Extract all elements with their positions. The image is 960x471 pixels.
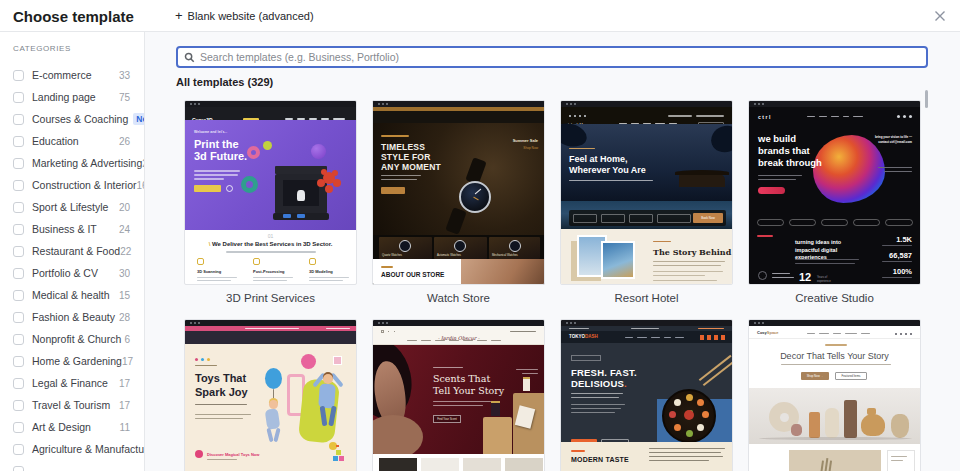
scrollbar[interactable]: [925, 90, 928, 108]
category-count: 6: [124, 334, 130, 345]
close-icon[interactable]: [932, 8, 948, 24]
checkbox[interactable]: [13, 268, 24, 279]
mini-label: [571, 355, 601, 361]
category-card-label: Mechanical Watches: [492, 253, 518, 257]
mini-hero: Scents That Tell Your Story Find Your Sc…: [373, 345, 544, 454]
template-card[interactable]: ctrl we build brands that break through …: [748, 100, 921, 305]
checkbox[interactable]: [13, 400, 24, 411]
checkbox[interactable]: [13, 422, 24, 433]
category-item[interactable]: Medical & health 15: [13, 284, 130, 306]
category-label: Construction & Interior: [32, 179, 136, 191]
text-line: [207, 459, 237, 460]
text-line: [882, 245, 912, 246]
checkbox[interactable]: [13, 224, 24, 235]
category-item[interactable]: Legal & Finance 17: [13, 372, 130, 394]
hut-graphic: [679, 174, 725, 187]
mini-section-heading: \ We Deliver the Best Services in 3D Sec…: [185, 241, 356, 247]
category-item[interactable]: Fashion & Beauty 28: [13, 306, 130, 328]
text-line: [772, 277, 794, 278]
template-card[interactable]: Curve3D Welcome and let's... Print the 3…: [184, 100, 357, 305]
text-line: [795, 263, 855, 264]
duck-beak: [336, 445, 339, 447]
checkbox[interactable]: [13, 114, 24, 125]
category-item[interactable]: E-commerce 33: [13, 64, 130, 86]
mini-heading: STYLE FOR: [381, 152, 431, 162]
cta-icon: [195, 450, 203, 458]
category-item[interactable]: Landing page 75: [13, 86, 130, 108]
text-line: [197, 277, 237, 278]
mini-heading: Decor That Tells Your Story: [749, 351, 920, 361]
checkbox[interactable]: [13, 92, 24, 103]
shape-lime: [263, 141, 272, 150]
category-item[interactable]: Home & Gardening 17: [13, 350, 130, 372]
template-card[interactable]: · Jardin Obscur · Scents That Tell Your …: [372, 319, 545, 471]
text-line: [381, 266, 393, 268]
template-card[interactable]: CosySpace Decor That Tells Your Story Sh…: [748, 319, 921, 471]
checkbox[interactable]: [13, 444, 24, 455]
category-item[interactable]: Nonprofit & Church 6: [13, 328, 130, 350]
checkbox[interactable]: [13, 70, 24, 81]
search-box[interactable]: [176, 46, 928, 68]
book-now-button: Book Now: [693, 213, 723, 223]
decor: [807, 333, 815, 334]
sushi-piece: [674, 399, 681, 406]
template-card[interactable]: MagicToys Toys That Spark Joy: [184, 319, 357, 471]
mini-hero: Toys That Spark Joy Discover Magical Toy…: [185, 344, 356, 471]
category-item[interactable]: Agriculture & Manufacturing 9: [13, 438, 130, 460]
mini-years-label: Years of experience: [817, 275, 841, 283]
category-label: Legal & Finance: [32, 377, 108, 389]
category-item[interactable]: Construction & Interior 16: [13, 174, 130, 196]
category-item[interactable]: Sport & Lifestyle 20: [13, 196, 130, 218]
watch-strap: [445, 207, 466, 234]
category-item[interactable]: [13, 460, 130, 471]
category-item[interactable]: Courses & Coaching New 8: [13, 108, 130, 130]
template-card[interactable]: TOKYODASH FRESH. FAST. DELISIOUS.: [560, 319, 733, 471]
checkbox[interactable]: [13, 158, 24, 169]
vase-cylinder: [809, 412, 820, 438]
category-card-label: Automatic Watches: [437, 253, 461, 257]
checkbox[interactable]: [13, 202, 24, 213]
mini-section-heading: MODERN TASTE: [571, 456, 629, 463]
blank-website-button[interactable]: + Blank website (advanced): [175, 9, 314, 22]
main-panel: All templates (329) Curve3D Welcome and …: [145, 32, 960, 471]
nav-links: [407, 340, 417, 341]
search-input[interactable]: [200, 51, 920, 63]
checkbox[interactable]: [13, 312, 24, 323]
category-item[interactable]: Marketing & Advertising 25: [13, 152, 130, 174]
mini-label: [825, 344, 847, 346]
sushi-piece: [702, 411, 709, 418]
template-card[interactable]: Isla di Mare Feel at Home, Whe: [560, 100, 733, 305]
mini-tagline: Welcome and let's...: [194, 131, 227, 135]
checkbox[interactable]: [13, 290, 24, 301]
category-item[interactable]: Travel & Tourism 17: [13, 394, 130, 416]
gift-graphic: [333, 356, 342, 365]
mini-section-heading-text: We Deliver the Best Services in 3D Secto…: [210, 241, 332, 247]
checkbox[interactable]: [13, 378, 24, 389]
template-card[interactable]: CHRONOVIA TIMELESS STYLE FOR ANY MOMENT: [372, 100, 545, 305]
category-label: E-commerce: [32, 69, 92, 81]
mini-section-number: 01: [185, 234, 356, 239]
mini-booking-bar: Book Now: [569, 210, 726, 226]
category-item[interactable]: Business & IT 24: [13, 218, 130, 240]
checkbox[interactable]: [13, 356, 24, 367]
category-item[interactable]: Restaurant & Food 22: [13, 240, 130, 262]
category-item[interactable]: Art & Design 11: [13, 416, 130, 438]
feature-label: 3D Scanning: [197, 269, 243, 274]
category-item[interactable]: Education 26: [13, 130, 130, 152]
checkbox[interactable]: [13, 246, 24, 257]
text-line: [194, 174, 238, 176]
checkbox[interactable]: [13, 180, 24, 191]
decor: [698, 328, 724, 329]
text-line: [653, 275, 705, 276]
vase-neck: [867, 408, 876, 415]
mini-logo: DASH: [585, 334, 598, 339]
social-icons: [569, 115, 571, 117]
category-count: 16: [136, 180, 145, 191]
decor: .: [624, 378, 627, 389]
checkbox[interactable]: [13, 466, 24, 471]
checkbox[interactable]: [13, 136, 24, 147]
category-item[interactable]: Portfolio & CV 30: [13, 262, 130, 284]
checkbox[interactable]: [13, 334, 24, 345]
feature-icon: [253, 258, 260, 265]
booking-field: [573, 214, 597, 223]
